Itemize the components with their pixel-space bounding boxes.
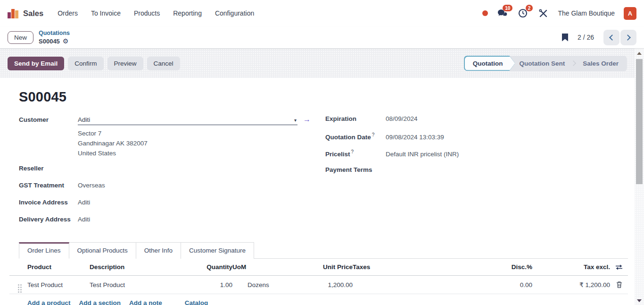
pager-previous-button[interactable]: [603, 30, 619, 45]
dropdown-caret-icon[interactable]: ▾: [293, 118, 297, 123]
cell-description[interactable]: Test Product: [90, 281, 184, 288]
add-a-product-link[interactable]: Add a product: [27, 299, 71, 305]
expiration-value[interactable]: 08/09/2024: [386, 115, 418, 122]
menu-to-invoice[interactable]: To Invoice: [91, 9, 121, 17]
odoo-sales-app-icon: [8, 8, 18, 18]
table-footer-links: Add a product Add a section Add a note C…: [9, 294, 628, 305]
cell-disc[interactable]: 0.00: [476, 281, 532, 288]
confirm-button[interactable]: Confirm: [68, 57, 103, 70]
state-quotation-label: Quotation: [465, 57, 515, 70]
notebook-tabs: Order Lines Optional Products Other Info…: [19, 242, 628, 259]
chevron-right-icon: [625, 34, 631, 41]
cancel-button[interactable]: Cancel: [147, 57, 180, 70]
quotation-date-label: Quotation Date?: [325, 132, 386, 141]
delivery-address-label: Delivery Address: [19, 216, 78, 223]
preview-button[interactable]: Preview: [107, 57, 143, 70]
delivery-address-value[interactable]: Aditi: [78, 216, 90, 223]
navbar-systray: 10 2 The Glam Boutique A: [482, 7, 636, 20]
row-drag-handle[interactable]: [9, 280, 27, 289]
add-a-note-link[interactable]: Add a note: [129, 299, 162, 305]
cell-uom[interactable]: Dozens: [232, 281, 317, 288]
drag-handle-icon: [18, 284, 19, 286]
address-line: Gandhinagar AK 382007: [78, 138, 312, 148]
scroll-up-arrow-icon[interactable]: [637, 52, 642, 55]
state-sales-order[interactable]: Sales Order: [573, 57, 627, 70]
state-quotation-sent[interactable]: Quotation Sent: [510, 57, 573, 70]
pager-next-button[interactable]: [620, 30, 636, 45]
tab-optional-products[interactable]: Optional Products: [69, 242, 136, 259]
trash-icon: [616, 282, 621, 288]
header-disc: Disc.%: [476, 259, 532, 275]
breadcrumb-quotations-link[interactable]: Quotations: [39, 29, 70, 37]
table-header-row: Product Description Quantity UoM Unit Pr…: [9, 259, 628, 276]
optional-columns-icon[interactable]: [610, 259, 628, 275]
top-navbar: Sales Orders To Invoice Products Reporti…: [0, 0, 644, 26]
header-unit-price: Unit Price: [317, 259, 353, 275]
customer-label: Customer: [19, 116, 78, 123]
activities-clock-icon[interactable]: 2: [517, 8, 528, 18]
debug-tools-icon[interactable]: [537, 8, 549, 18]
table-row[interactable]: Test Product Test Product 1.00 Dozens 1,…: [9, 276, 628, 294]
customer-input[interactable]: [78, 115, 293, 125]
header-taxes: Taxes: [353, 259, 476, 275]
tab-other-info[interactable]: Other Info: [136, 242, 181, 259]
expiration-label: Expiration: [325, 115, 386, 122]
user-avatar[interactable]: A: [624, 7, 636, 20]
add-a-section-link[interactable]: Add a section: [79, 299, 121, 305]
handle-column: [9, 263, 27, 272]
order-lines-table: Product Description Quantity UoM Unit Pr…: [9, 259, 628, 305]
fields-right-column: Expiration 08/09/2024 Quotation Date? 09…: [312, 115, 628, 233]
cell-subtotal: ₹ 1,200.00: [532, 281, 610, 288]
menu-products[interactable]: Products: [134, 9, 160, 17]
payment-terms-label: Payment Terms: [325, 166, 386, 173]
internal-link-arrow-icon[interactable]: →: [303, 116, 311, 123]
vertical-scrollbar[interactable]: [635, 49, 644, 305]
header-description: Description: [90, 259, 184, 275]
invoice-address-label: Invoice Address: [19, 199, 78, 206]
scrollbar-thumb[interactable]: [636, 59, 643, 184]
app-brand[interactable]: Sales: [8, 8, 43, 18]
menu-orders[interactable]: Orders: [58, 9, 78, 17]
breadcrumb-current-label: S00045: [39, 37, 60, 46]
quotation-date-value[interactable]: 09/08/2024 13:03:39: [386, 134, 444, 141]
fields-left-column: Customer ▾ → Sector 7 Gandhinagar AK 382…: [19, 115, 312, 233]
new-button[interactable]: New: [8, 31, 33, 44]
pricelist-value[interactable]: Default INR pricelist (INR): [386, 151, 459, 158]
catalog-link[interactable]: Catalog: [185, 299, 208, 305]
menu-configuration[interactable]: Configuration: [215, 9, 254, 17]
pricelist-label-text: Pricelist: [325, 151, 350, 158]
tab-customer-signature[interactable]: Customer Signature: [181, 242, 254, 259]
company-name[interactable]: The Glam Boutique: [558, 9, 615, 17]
notification-dot-icon: [482, 10, 488, 16]
scroll-down-arrow-icon[interactable]: [637, 299, 642, 302]
state-pipeline: Quotation Quotation Sent Sales Order: [464, 56, 627, 71]
gst-treatment-value[interactable]: Overseas: [78, 182, 105, 189]
cell-product[interactable]: Test Product: [27, 281, 90, 288]
address-line: Sector 7: [78, 128, 312, 138]
header-quantity: Quantity: [184, 259, 232, 275]
cell-unit-price[interactable]: 1,200.00: [317, 281, 353, 288]
menu-reporting[interactable]: Reporting: [173, 9, 202, 17]
document-title: S00045: [19, 89, 628, 105]
delete-row-button[interactable]: [610, 281, 628, 288]
cell-quantity[interactable]: 1.00: [184, 281, 232, 288]
reseller-label: Reseller: [19, 165, 78, 172]
invoice-address-value[interactable]: Aditi: [78, 199, 90, 206]
form-sheet: S00045 Customer ▾ → Sector 7 Gandhinag: [0, 78, 635, 305]
messages-count-badge: 10: [503, 5, 512, 11]
state-quotation-active[interactable]: Quotation: [464, 56, 515, 71]
send-by-email-button[interactable]: Send by Email: [8, 57, 64, 70]
activities-count-badge: 2: [526, 5, 533, 11]
header-tax-excl: Tax excl.: [532, 259, 610, 275]
control-panel: New Quotations S00045 ⚙ 2 / 26: [0, 26, 644, 49]
bookmark-icon[interactable]: [562, 34, 568, 42]
breadcrumb: Quotations S00045 ⚙: [39, 29, 70, 45]
pricelist-label: Pricelist?: [325, 149, 386, 158]
gear-icon[interactable]: ⚙: [63, 38, 69, 44]
action-buttons: Send by Email Confirm Preview Cancel: [8, 57, 180, 70]
tab-order-lines[interactable]: Order Lines: [19, 242, 69, 259]
form-statusbar: Send by Email Confirm Preview Cancel Quo…: [0, 49, 635, 78]
header-product: Product: [27, 259, 90, 275]
messages-icon[interactable]: 10: [497, 8, 508, 18]
address-line: United States: [78, 148, 312, 158]
